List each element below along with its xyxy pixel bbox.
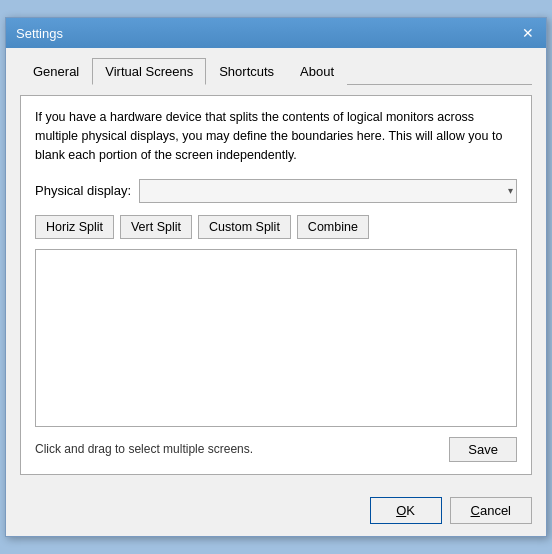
physical-display-select[interactable]: [139, 179, 517, 203]
physical-display-row: Physical display: ▾: [35, 179, 517, 203]
ok-button[interactable]: OK: [370, 497, 442, 524]
settings-window: Settings ✕ General Virtual Screens Short…: [5, 17, 547, 536]
ok-underline: O: [396, 503, 406, 518]
vert-split-button[interactable]: Vert Split: [120, 215, 192, 239]
content-area: If you have a hardware device that split…: [20, 95, 532, 474]
title-bar: Settings ✕: [6, 18, 546, 48]
info-text: If you have a hardware device that split…: [35, 108, 517, 164]
physical-display-label: Physical display:: [35, 183, 131, 198]
tab-shortcuts[interactable]: Shortcuts: [206, 58, 287, 85]
window-title: Settings: [16, 26, 63, 41]
tab-general[interactable]: General: [20, 58, 92, 85]
physical-display-select-wrapper: ▾: [139, 179, 517, 203]
close-button[interactable]: ✕: [520, 26, 536, 40]
split-buttons-group: Horiz Split Vert Split Custom Split Comb…: [35, 215, 517, 239]
window-body: General Virtual Screens Shortcuts About …: [6, 48, 546, 486]
custom-split-button[interactable]: Custom Split: [198, 215, 291, 239]
tab-bar: General Virtual Screens Shortcuts About: [20, 58, 532, 85]
horiz-split-button[interactable]: Horiz Split: [35, 215, 114, 239]
save-button[interactable]: Save: [449, 437, 517, 462]
bottom-row: Click and drag to select multiple screen…: [35, 437, 517, 462]
cancel-underline: C: [471, 503, 480, 518]
cancel-button[interactable]: Cancel: [450, 497, 532, 524]
dialog-footer: OK Cancel: [6, 487, 546, 536]
tab-virtual-screens[interactable]: Virtual Screens: [92, 58, 206, 85]
screen-display-area[interactable]: [35, 249, 517, 427]
hint-text: Click and drag to select multiple screen…: [35, 442, 253, 456]
combine-button[interactable]: Combine: [297, 215, 369, 239]
tab-about[interactable]: About: [287, 58, 347, 85]
